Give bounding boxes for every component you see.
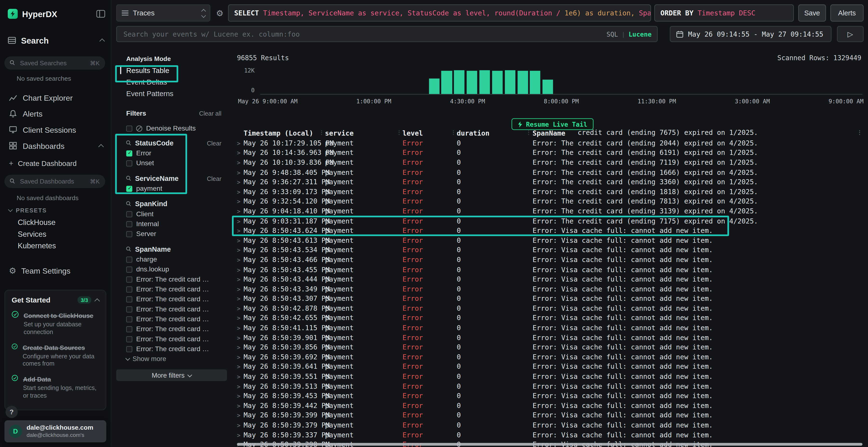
- histogram-bar[interactable]: [441, 71, 452, 94]
- table-row[interactable]: >May 26 8:50:43.307 PMpaymentError0Error…: [237, 294, 868, 304]
- table-row[interactable]: >May 26 8:50:39.453 PMpaymentError0Error…: [237, 391, 868, 401]
- table-row[interactable]: >May 26 8:50:41.115 PMpaymentError0Error…: [237, 323, 868, 333]
- row-expand-chevron[interactable]: >: [237, 140, 244, 146]
- resume-live-tail-button[interactable]: Resume Live Tail: [512, 118, 593, 130]
- table-row[interactable]: >May 26 10:10:39.836 PMpaymentError0Erro…: [237, 158, 868, 167]
- presets-header[interactable]: PRESETS: [9, 207, 47, 214]
- row-expand-chevron[interactable]: >: [237, 373, 244, 380]
- table-row[interactable]: >May 26 8:50:39.641 PMpaymentError0Error…: [237, 362, 868, 372]
- table-row[interactable]: >May 26 8:50:39.856 PMpaymentError0Error…: [237, 342, 868, 352]
- row-expand-chevron[interactable]: >: [237, 315, 244, 321]
- column-header-spanname[interactable]: SpanName: [533, 129, 868, 137]
- column-resize-handle[interactable]: ⋮: [526, 129, 531, 135]
- table-row[interactable]: >May 26 8:50:43.613 PMpaymentError0Error…: [237, 236, 868, 245]
- row-expand-chevron[interactable]: >: [237, 412, 244, 419]
- saved-dashboards-input[interactable]: ⌘K: [4, 175, 105, 188]
- saved-searches-field[interactable]: [19, 59, 87, 67]
- row-expand-chevron[interactable]: >: [237, 286, 244, 293]
- facet-option[interactable]: Server: [115, 229, 229, 239]
- table-row[interactable]: >May 26 8:50:39.513 PMpaymentError0Error…: [237, 381, 868, 391]
- row-expand-chevron[interactable]: >: [237, 325, 244, 332]
- column-header-level[interactable]: level: [402, 129, 457, 137]
- date-range-picker[interactable]: May 26 09:14:55 - May 27 09:14:55: [670, 26, 831, 42]
- facet-clear-button[interactable]: Clear: [207, 140, 221, 147]
- show-more-button[interactable]: Show more: [115, 354, 229, 364]
- facet-option[interactable]: Internal: [115, 219, 229, 229]
- alerts-button[interactable]: Alerts: [830, 4, 864, 22]
- table-row[interactable]: >May 26 10:17:29.105 PMpaymentError0Erro…: [237, 138, 868, 148]
- row-expand-chevron[interactable]: >: [237, 354, 244, 360]
- preset-kubernetes[interactable]: Kubernetes: [0, 240, 111, 251]
- order-by-editor[interactable]: ORDER BY Timestamp DESC: [654, 4, 794, 22]
- clear-all-button[interactable]: Clear all: [199, 110, 222, 117]
- analysis-mode-event-deltas[interactable]: Event Deltas: [115, 76, 229, 88]
- language-toggle-sql[interactable]: SQL: [607, 30, 618, 38]
- get-started-step-sources[interactable]: Create Data SourcesConfigure where your …: [11, 342, 99, 368]
- histogram-bar[interactable]: [530, 71, 540, 94]
- table-row[interactable]: >May 26 9:36:27.311 PMpaymentError0Error…: [237, 177, 868, 187]
- row-expand-chevron[interactable]: >: [237, 256, 244, 263]
- column-resize-handle[interactable]: ⋮: [319, 129, 324, 135]
- user-menu[interactable]: D dale@clickhouse.com dale@clickhouse.co…: [4, 420, 106, 442]
- row-expand-chevron[interactable]: >: [237, 237, 244, 244]
- table-row[interactable]: >May 26 8:50:39.399 PMpaymentError0Error…: [237, 411, 868, 420]
- histogram-bar[interactable]: [518, 71, 528, 94]
- table-row[interactable]: >May 26 8:50:39.337 PMpaymentError0Error…: [237, 430, 868, 440]
- run-query-button[interactable]: ▷: [837, 26, 863, 42]
- checkbox[interactable]: [126, 150, 132, 156]
- row-expand-chevron[interactable]: >: [237, 149, 244, 156]
- checkbox[interactable]: [126, 231, 132, 237]
- facet-option[interactable]: Error: The credit card …: [115, 334, 229, 344]
- table-row[interactable]: >May 26 9:03:31.187 PMpaymentError0Error…: [237, 216, 868, 226]
- facet-option[interactable]: Client: [115, 209, 229, 219]
- facet-option[interactable]: Error: The credit card …: [115, 274, 229, 284]
- row-expand-chevron[interactable]: >: [237, 227, 244, 234]
- sql-query-editor[interactable]: SELECT Timestamp, ServiceName as service…: [228, 4, 651, 22]
- checkbox[interactable]: [126, 276, 132, 282]
- analysis-mode-event-patterns[interactable]: Event Patterns: [115, 88, 229, 100]
- table-row[interactable]: >May 26 8:50:42.878 PMpaymentError0Error…: [237, 304, 868, 313]
- facet-option[interactable]: Error: The credit card …: [115, 304, 229, 314]
- create-dashboard-button[interactable]: + Create Dashboard: [9, 157, 77, 169]
- facet-option[interactable]: Error: The credit card …: [115, 284, 229, 294]
- search-input[interactable]: [122, 30, 602, 38]
- column-resize-handle[interactable]: ⋮: [451, 129, 456, 135]
- facet-option[interactable]: Error: [115, 148, 229, 158]
- row-expand-chevron[interactable]: >: [237, 296, 244, 302]
- table-row[interactable]: >May 26 9:33:09.173 PMpaymentError0Error…: [237, 187, 868, 197]
- checkbox[interactable]: [126, 316, 132, 322]
- help-button[interactable]: ?: [5, 406, 18, 418]
- table-row[interactable]: >May 26 8:50:39.551 PMpaymentError0Error…: [237, 372, 868, 381]
- checkbox[interactable]: [126, 256, 132, 262]
- language-toggle-lucene[interactable]: Lucene: [628, 30, 651, 38]
- checkbox[interactable]: [126, 266, 132, 272]
- histogram-bar[interactable]: [429, 78, 439, 94]
- facet-option[interactable]: Error: The credit card …: [115, 324, 229, 334]
- row-expand-chevron[interactable]: >: [237, 403, 244, 409]
- row-expand-chevron[interactable]: >: [237, 188, 244, 195]
- checkbox[interactable]: [126, 185, 132, 192]
- checkbox[interactable]: [126, 326, 132, 332]
- facet-option[interactable]: Error: The credit card …: [115, 344, 229, 354]
- more-filters-button[interactable]: More filters: [116, 370, 227, 381]
- sidebar-item-client-sessions[interactable]: Client Sessions: [0, 122, 111, 138]
- table-row[interactable]: >May 26 8:50:43.349 PMpaymentError0Error…: [237, 284, 868, 294]
- column-options-icon[interactable]: ⋮: [857, 129, 863, 135]
- lucene-search-bar[interactable]: SQL | Lucene: [116, 26, 657, 42]
- horizontal-scrollbar[interactable]: [237, 443, 863, 446]
- table-row[interactable]: >May 26 8:50:39.442 PMpaymentError0Error…: [237, 401, 868, 411]
- column-resize-handle[interactable]: ⋮: [396, 129, 402, 135]
- facet-option[interactable]: dns.lookup: [115, 264, 229, 274]
- save-button[interactable]: Save: [798, 4, 826, 22]
- table-row[interactable]: >May 26 8:50:43.534 PMpaymentError0Error…: [237, 245, 868, 255]
- facet-clear-button[interactable]: Clear: [207, 175, 221, 182]
- checkbox[interactable]: [126, 211, 132, 217]
- collapse-sidebar-icon[interactable]: [96, 10, 105, 18]
- column-header-service[interactable]: service: [325, 129, 402, 137]
- row-expand-chevron[interactable]: >: [237, 266, 244, 273]
- sidebar-item-search[interactable]: Search: [8, 34, 104, 46]
- table-row[interactable]: >May 26 8:50:39.379 PMpaymentError0Error…: [237, 420, 868, 430]
- table-row[interactable]: >May 26 8:50:43.466 PMpaymentError0Error…: [237, 255, 868, 265]
- sidebar-item-alerts[interactable]: Alerts: [0, 106, 111, 122]
- row-expand-chevron[interactable]: >: [237, 344, 244, 351]
